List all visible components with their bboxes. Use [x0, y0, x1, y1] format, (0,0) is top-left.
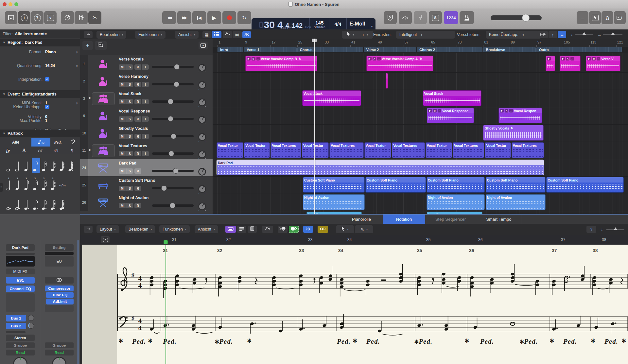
track-volume-slider[interactable] [152, 83, 194, 85]
region-custom-soft-piano[interactable]: Custom Soft Piano [303, 177, 365, 193]
partbox-note-cell[interactable] [23, 196, 31, 211]
list-editors-button[interactable]: ≡ [577, 11, 588, 24]
region-badge[interactable]: ∴ [256, 57, 260, 61]
partbox-note-cell[interactable] [14, 196, 23, 211]
flex-button[interactable]: ⋈ [233, 31, 242, 38]
row-value[interactable]: 0 [45, 114, 47, 119]
region-vocal-textures[interactable]: Vocal Textures [270, 142, 301, 158]
track-s-button[interactable]: S [126, 64, 133, 70]
region-verse-vocals-comp-b[interactable]: ▶B∴Verse Vocals: Comp B↻ [245, 56, 317, 71]
region-night-of-avalon[interactable]: Night of Avalon [486, 194, 546, 210]
instrument-slot[interactable]: ES1 [6, 277, 35, 284]
region-badge[interactable]: A [566, 57, 569, 61]
track-m-button[interactable]: M [119, 82, 126, 87]
region-custom-soft-piano[interactable]: Custom Soft Piano [427, 177, 485, 193]
strip2-automation-button[interactable]: Read [45, 350, 74, 355]
stepper-control[interactable]: ▴▾ [76, 101, 78, 105]
editor-zoom-slider[interactable] [606, 229, 624, 230]
track-volume-knob[interactable] [174, 81, 179, 87]
solo-button[interactable]: S [429, 11, 442, 24]
library-button[interactable] [5, 11, 17, 24]
go-to-beginning-button[interactable]: ◀ [192, 11, 206, 24]
region-badge[interactable]: ∴ [509, 109, 513, 113]
partbox-note-cell[interactable] [49, 196, 58, 211]
track-header-2[interactable]: 2Verse HarmonyMSRILR [80, 72, 213, 90]
grid-view-button[interactable]: ▦ [202, 31, 211, 38]
region-custom-soft-piano[interactable]: Custom Soft Piano [486, 177, 546, 193]
track-header-24[interactable]: 24Dark PadMSRLR [80, 159, 213, 177]
tab-step-sequencer[interactable]: Step Sequencer [425, 215, 476, 224]
vertical-zoom-slider[interactable] [575, 34, 593, 35]
region-vocal-textur[interactable]: Vocal Textur [485, 142, 511, 158]
disclosure-triangle-icon[interactable]: ▶ [89, 148, 91, 151]
horizontal-auto-zoom-button[interactable]: ↔ [558, 31, 566, 38]
lane-row[interactable] [213, 90, 628, 107]
track-name[interactable]: Vocal Stack [119, 92, 141, 96]
track-volume-knob[interactable] [174, 64, 180, 70]
midi-out-button[interactable] [289, 226, 299, 233]
track-pan-knob[interactable]: LR [197, 98, 207, 108]
tuner-button[interactable] [61, 11, 74, 24]
strip2-fx3[interactable]: AdLimit [46, 299, 74, 304]
inspector-row[interactable]: Quantisierung:16,24▴▾ [0, 62, 80, 69]
partbox-tab-notes[interactable]: |:3 [31, 138, 51, 147]
vertical-auto-zoom-button[interactable]: ↕ [549, 31, 557, 38]
tab-smart-tempo[interactable]: Smart Tempo [476, 215, 522, 224]
track-i-button[interactable]: I [142, 134, 149, 139]
inspector-button[interactable]: i [18, 11, 30, 24]
region-badge[interactable]: B [592, 57, 596, 61]
strip2-eq-slot[interactable]: EQ [45, 256, 74, 267]
catch-playhead-button[interactable] [242, 31, 251, 38]
track-pan-knob[interactable]: LR [197, 63, 207, 73]
track-name[interactable]: Ghostly Vocals [119, 126, 148, 131]
region-clip[interactable]: ▶A∴ [560, 56, 581, 71]
strip2-setting-button[interactable]: Setting [45, 244, 74, 251]
strip2-fx2[interactable]: Tube EQ [46, 292, 74, 298]
strip2-pan-knob[interactable] [52, 357, 66, 364]
play-button[interactable]: ▶ [207, 11, 221, 24]
notation-ruler[interactable]: ▾ 3132333435363738 [80, 235, 628, 245]
lane-row[interactable] [213, 107, 628, 125]
partbox-note-cell[interactable]: 3 [5, 177, 14, 192]
track-m-button[interactable]: M [119, 203, 126, 208]
region-night-of-avalon[interactable]: Night of Avalon [303, 194, 365, 210]
track-list-view-button[interactable] [212, 31, 221, 38]
track-i-button[interactable]: I [142, 116, 149, 122]
region-badge[interactable]: ▶ [500, 109, 504, 113]
track-m-button[interactable]: M [119, 99, 126, 104]
partbox-note-cell[interactable]: 3 [32, 177, 40, 192]
master-volume-slider[interactable] [491, 15, 542, 20]
track-pan-knob[interactable]: LR [197, 202, 207, 212]
link-button[interactable] [318, 226, 328, 233]
menu-funktionen[interactable]: Funktionen▾ [135, 31, 166, 39]
replace-button[interactable] [384, 11, 397, 24]
partbox-tab-text[interactable]: A [16, 147, 32, 154]
audio-fx-slot[interactable]: Channel EQ [6, 286, 35, 292]
region-badge[interactable]: ∴ [438, 109, 441, 113]
verschieben-menu[interactable]: Keine Überlapp.▴▾ [486, 31, 541, 39]
editor-pencil-tool-menu[interactable]: ✎▾ [355, 225, 373, 233]
region-badge[interactable]: A [505, 109, 508, 113]
editor-back-button[interactable] [84, 226, 93, 233]
region-badge[interactable]: B [433, 109, 437, 113]
inspector-row[interactable]: MIDI-Kanal:1▴▾ [0, 99, 80, 106]
track-r-button[interactable]: R [134, 151, 141, 156]
track-lanes[interactable]: ▶B∴Verse Vocals: Comp B↻▶A∴Verse Vocals:… [213, 53, 628, 215]
track-volume-slider[interactable] [152, 187, 194, 189]
editor-vertical-zoom-button[interactable]: ⇳ [586, 226, 596, 233]
track-name[interactable]: Night of Avalon [119, 196, 148, 200]
partbox-note-cell[interactable]: 3 [49, 177, 58, 192]
partbox-note-cell[interactable] [67, 158, 76, 173]
track-i-button[interactable]: I [142, 99, 149, 104]
media-browser-button[interactable]: ♪ [614, 11, 626, 24]
row-value[interactable]: 1 [45, 101, 47, 105]
marker-verse-2[interactable]: Verse 2 [364, 47, 416, 52]
track-volume-knob[interactable] [168, 99, 173, 104]
horizontal-zoom-slider[interactable] [603, 34, 622, 35]
region-vocal-textures[interactable]: Vocal Textures [453, 142, 484, 158]
track-s-button[interactable]: S [126, 168, 133, 174]
colorize-view-button[interactable] [225, 226, 236, 233]
track-volume-slider[interactable] [152, 204, 194, 207]
track-pan-knob[interactable]: LR [197, 133, 207, 143]
track-m-button[interactable]: M [119, 151, 126, 156]
